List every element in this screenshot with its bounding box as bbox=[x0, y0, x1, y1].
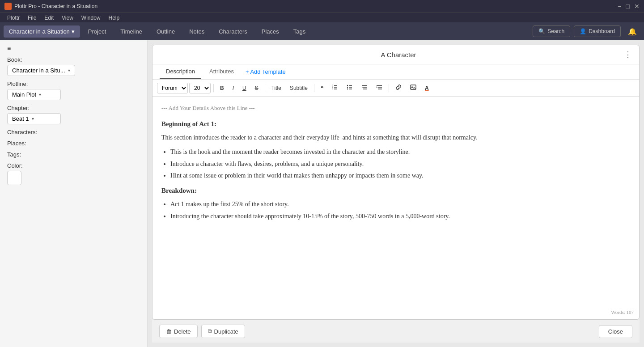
toolbar-sep-1 bbox=[213, 84, 214, 92]
editor-toolbar: Forum 20 B I U S Title Subtitle ❝ 123 bbox=[153, 80, 639, 97]
toolbar-sep-2 bbox=[265, 84, 265, 92]
editor-heading-2: Breakdown: bbox=[161, 185, 630, 196]
menu-help[interactable]: Help bbox=[105, 14, 123, 22]
text-color-button[interactable]: A bbox=[421, 83, 432, 93]
nav-characters[interactable]: Characters bbox=[212, 25, 254, 38]
nav-tags[interactable]: Tags bbox=[287, 25, 312, 38]
tags-label: Tags: bbox=[7, 151, 140, 158]
chapter-label: Chapter: bbox=[7, 105, 140, 111]
link-button[interactable] bbox=[392, 82, 405, 93]
duplicate-icon: ⧉ bbox=[208, 328, 212, 335]
dialog: A Character ⋮ Description Attributes + A… bbox=[152, 45, 640, 320]
filter-icon: ≡ bbox=[7, 45, 11, 52]
svg-marker-19 bbox=[377, 86, 377, 88]
tab-description[interactable]: Description bbox=[160, 64, 201, 79]
places-label: Places: bbox=[7, 140, 140, 147]
toolbar-sep-3 bbox=[314, 84, 314, 92]
italic-button[interactable]: I bbox=[229, 83, 237, 93]
list-item-1: This is the hook and the moment the read… bbox=[170, 147, 630, 157]
nav-outline[interactable]: Outline bbox=[150, 25, 181, 38]
sidebar: ≡ Book: Character in a Situ... ▾ Plotlin… bbox=[0, 40, 148, 347]
list-item-2: Introduce a character with flaws, desire… bbox=[170, 159, 630, 169]
ordered-list-icon: 123 bbox=[332, 84, 338, 90]
close-button[interactable]: Close bbox=[599, 325, 632, 338]
dialog-menu-button[interactable]: ⋮ bbox=[624, 50, 632, 59]
editor-heading-1: Beginning of Act 1: bbox=[161, 118, 630, 129]
editor-paragraph-1: This section introduces the reader to a … bbox=[161, 133, 630, 143]
notifications-button[interactable]: 🔔 bbox=[624, 25, 640, 38]
book-dropdown[interactable]: Character in a Situ... ▾ bbox=[7, 65, 75, 76]
tab-attributes[interactable]: Attributes bbox=[203, 64, 240, 79]
list-item-4: Act 1 makes up the first 25% of the shor… bbox=[170, 199, 630, 209]
toolbar-sep-4 bbox=[389, 84, 389, 92]
close-btn[interactable]: ✕ bbox=[634, 3, 640, 10]
editor-list-1: This is the hook and the moment the read… bbox=[170, 147, 630, 181]
ordered-list-button[interactable]: 123 bbox=[328, 82, 342, 93]
main-layout: ≡ Book: Character in a Situ... ▾ Plotlin… bbox=[0, 40, 644, 347]
content-area: A Character ⋮ Description Attributes + A… bbox=[148, 40, 644, 347]
unordered-list-button[interactable] bbox=[343, 82, 356, 93]
editor-content[interactable]: --- Add Your Details Above this Line ---… bbox=[153, 97, 639, 319]
list-item-3: Hint at some issue or problem in their w… bbox=[170, 171, 630, 181]
brand-chevron-icon: ▾ bbox=[72, 28, 75, 35]
nav-right: 🔍 Search 👤 Dashboard 🔔 bbox=[533, 25, 640, 38]
filter-button[interactable]: ≡ bbox=[7, 45, 11, 52]
menu-edit[interactable]: Edit bbox=[41, 14, 57, 22]
subtitle-button[interactable]: Subtitle bbox=[286, 83, 311, 93]
search-button[interactable]: 🔍 Search bbox=[533, 25, 570, 37]
svg-point-8 bbox=[347, 89, 348, 89]
nav-project[interactable]: Project bbox=[82, 25, 112, 38]
font-family-select[interactable]: Forum bbox=[157, 83, 188, 93]
outdent-button[interactable] bbox=[358, 82, 371, 93]
minimize-btn[interactable]: − bbox=[618, 3, 621, 10]
svg-point-7 bbox=[347, 87, 348, 88]
delete-icon: 🗑 bbox=[166, 328, 172, 335]
menubar: Plottr File Edit View Window Help bbox=[0, 13, 644, 22]
bold-button[interactable]: B bbox=[216, 83, 228, 93]
plotline-label: Plotline: bbox=[7, 80, 140, 87]
outdent-icon bbox=[361, 84, 368, 90]
dashboard-button[interactable]: 👤 Dashboard bbox=[574, 25, 621, 37]
nav-places[interactable]: Places bbox=[255, 25, 285, 38]
svg-point-21 bbox=[411, 86, 412, 87]
menu-plottr[interactable]: Plottr bbox=[4, 14, 23, 22]
underline-button[interactable]: U bbox=[239, 83, 250, 93]
nav-timeline[interactable]: Timeline bbox=[114, 25, 148, 38]
book-field: Book: Character in a Situ... ▾ bbox=[7, 56, 140, 76]
image-button[interactable] bbox=[407, 82, 420, 93]
search-label: Search bbox=[547, 28, 564, 34]
dashboard-label: Dashboard bbox=[589, 28, 615, 34]
brand-dropdown[interactable]: Character in a Situation ▾ bbox=[4, 25, 80, 38]
title-button[interactable]: Title bbox=[268, 83, 285, 93]
font-size-select[interactable]: 20 bbox=[189, 83, 211, 93]
tags-field: Tags: bbox=[7, 151, 140, 158]
places-field: Places: bbox=[7, 140, 140, 147]
characters-field: Characters: bbox=[7, 129, 140, 135]
titlebar: Plottr Pro - Character in a Situation − … bbox=[0, 0, 644, 13]
strikethrough-button[interactable]: S bbox=[251, 83, 262, 93]
menu-window[interactable]: Window bbox=[78, 14, 104, 22]
blockquote-button[interactable]: ❝ bbox=[317, 83, 327, 93]
nav-notes[interactable]: Notes bbox=[183, 25, 211, 38]
list-item-5: Introducing the character should take ap… bbox=[170, 212, 630, 221]
navbar: Character in a Situation ▾ Project Timel… bbox=[0, 22, 644, 40]
plotline-dropdown[interactable]: Main Plot ▾ bbox=[7, 89, 61, 100]
color-picker[interactable] bbox=[7, 171, 21, 185]
tabs: Description Attributes + Add Template bbox=[153, 64, 639, 80]
chapter-field: Chapter: Beat 1 ▾ bbox=[7, 105, 140, 124]
svg-text:3: 3 bbox=[332, 88, 334, 90]
menu-file[interactable]: File bbox=[24, 14, 40, 22]
svg-point-6 bbox=[347, 85, 348, 86]
delete-button[interactable]: 🗑 Delete bbox=[159, 325, 198, 338]
word-count: Words: 107 bbox=[611, 309, 634, 317]
chapter-dropdown[interactable]: Beat 1 ▾ bbox=[7, 113, 61, 124]
maximize-btn[interactable]: □ bbox=[626, 3, 630, 10]
add-template-button[interactable]: + Add Template bbox=[242, 65, 289, 79]
brand-label: Character in a Situation bbox=[9, 28, 70, 35]
indent-button[interactable] bbox=[373, 82, 386, 93]
plotline-value: Main Plot bbox=[12, 91, 36, 98]
menu-view[interactable]: View bbox=[58, 14, 77, 22]
sidebar-resize-handle[interactable] bbox=[145, 40, 147, 347]
app-icon bbox=[4, 3, 12, 10]
duplicate-button[interactable]: ⧉ Duplicate bbox=[201, 325, 245, 338]
